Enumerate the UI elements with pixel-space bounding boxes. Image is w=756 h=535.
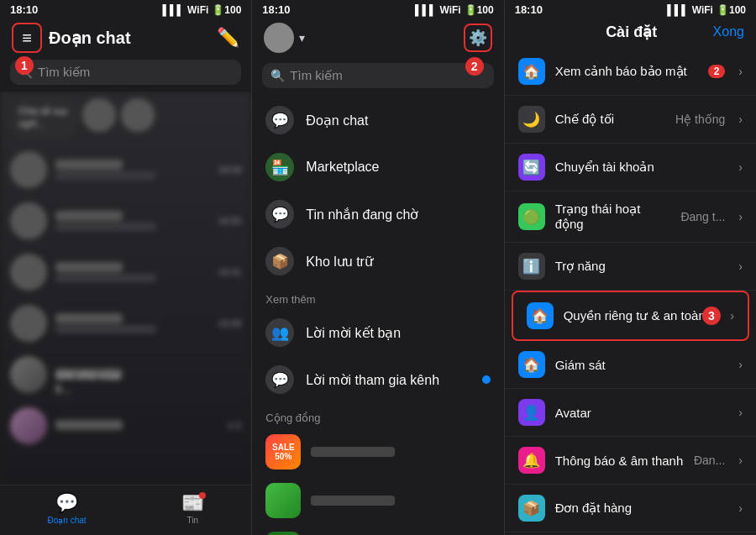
battery-icon: 🔋100 (212, 4, 241, 16)
chat-item-6[interactable]: h 5 (10, 401, 241, 452)
settings-list: 🏠 Xem cảnh báo bảo mật 2 › 🌙 Chế độ tối … (505, 48, 756, 535)
menu-item-kenh[interactable]: 💬 Lời mời tham gia kênh (252, 356, 503, 403)
chat-time-2: 16:55 (218, 216, 242, 226)
chat-time-3: 16:41 (218, 267, 242, 277)
chat-item-4[interactable]: 16:08 (10, 298, 241, 349)
settings-icon-giam-sat: 🏠 (518, 351, 545, 378)
time-2: 18:10 (262, 3, 290, 16)
chat-avatar-5 (10, 356, 47, 393)
settings-item-chuyen-tai-khoan[interactable]: 🔄 Chuyển tài khoản › (505, 144, 756, 191)
settings-item-tro-nang[interactable]: ℹ️ Trợ năng › (505, 243, 756, 291)
news-tab-icon: 📰 (181, 492, 204, 514)
chat-info-6 (55, 420, 220, 432)
chat-item-5[interactable]: Ghi chú của b... (10, 349, 241, 401)
chat-name-5: Ghi chú của b... (55, 369, 123, 379)
news-tab-label: Tin (186, 516, 198, 525)
settings-value-thong-bao: Đan... (694, 454, 725, 467)
tab-tin[interactable]: 📰 Tin (181, 492, 204, 525)
tab-chat[interactable]: 💬 Đoạn chat (48, 492, 87, 525)
settings-icon-avatar: 👤 (518, 399, 545, 426)
search-bar-2[interactable]: 🔍 Tìm kiếm (262, 63, 493, 88)
panel3-header: Cài đặt Xong (505, 18, 756, 48)
chat-time-4: 16:08 (218, 318, 242, 328)
status-bar-2: 18:10 ▌▌▌ WiFi 🔋100 (252, 0, 503, 18)
settings-icon-don-dat-hang: 📦 (518, 495, 545, 522)
chat-avatar-2 (10, 202, 47, 239)
settings-label-trang-thai: Trạng thái hoạt động (555, 202, 671, 232)
avatar-row: ▾ (264, 23, 305, 53)
settings-icon-tro-nang: ℹ️ (518, 253, 545, 280)
settings-label-giam-sat: Giám sát (555, 358, 729, 372)
wifi-icon-3: WiFi (692, 4, 713, 16)
menu-icon-kho: 📦 (265, 247, 294, 275)
chat-name-4 (55, 313, 123, 323)
chat-item-3[interactable]: 16:41 (10, 247, 241, 298)
status-icons-2: ▌▌▌ WiFi 🔋100 (415, 4, 494, 16)
chat-avatar-1 (10, 151, 47, 188)
chat-time-6: h 5 (228, 421, 241, 431)
menu-icon-marketplace: 🏪 (265, 153, 294, 181)
search-bar-1[interactable]: 🔍 Tìm kiếm (10, 60, 241, 85)
menu-label-marketplace: Marketplace (306, 160, 379, 175)
dropdown-arrow[interactable]: ▾ (299, 31, 305, 45)
menu-item-tin-nhan-cho[interactable]: 💬 Tin nhắn đang chờ (252, 191, 503, 238)
panel-2: 18:10 ▌▌▌ WiFi 🔋100 ▾ ⚙️ 2 🔍 Tìm kiếm 💬 … (251, 0, 503, 535)
wifi-icon-2: WiFi (439, 4, 460, 16)
settings-item-giam-sat[interactable]: 🏠 Giám sát › (505, 341, 756, 389)
panel1-header: 1 Đoạn chat ✏️ (0, 18, 251, 60)
arrow-che-do-toi: › (738, 113, 743, 126)
menu-button[interactable]: 1 (12, 23, 42, 53)
chat-item-2[interactable]: 16:55 (10, 196, 241, 247)
chat-info-4 (55, 313, 210, 333)
user-avatar (264, 23, 294, 53)
community-thumb-3 (265, 532, 301, 535)
chat-name-1 (55, 160, 123, 170)
arrow-avatar: › (738, 406, 743, 419)
menu-label-kenh: Lời mời tham gia kênh (306, 372, 439, 388)
menu-item-kho-luu-tru[interactable]: 📦 Kho lưu trữ (252, 238, 503, 285)
community-name-2 (311, 496, 395, 506)
settings-icon-che-do-toi: 🌙 (518, 106, 545, 133)
section-xem-them: Xem thêm (252, 285, 503, 309)
status-bar-1: 18:10 ▌▌▌ WiFi 🔋100 (0, 0, 251, 18)
status-icons-1: ▌▌▌ WiFi 🔋100 (163, 4, 242, 16)
settings-item-che-do-toi[interactable]: 🌙 Chế độ tối Hệ thống › (505, 96, 756, 144)
signal-icon-3: ▌▌▌ (667, 4, 689, 16)
chat-name-2 (55, 211, 123, 221)
chat-item-1[interactable]: 18:08 (10, 144, 241, 196)
community-item-2[interactable] (252, 476, 503, 525)
settings-label-thong-bao: Thông báo & âm thanh (555, 454, 684, 468)
menu-label-ket-ban: Lời mời kết bạn (306, 325, 401, 341)
settings-label-don-dat-hang: Đơn đặt hàng (555, 501, 729, 516)
chat-info-2 (55, 211, 210, 231)
chat-info-1 (55, 160, 210, 180)
community-item-1[interactable]: SALE 50% (252, 427, 503, 476)
settings-item-thong-bao[interactable]: 🔔 Thông báo & âm thanh Đan... › (505, 437, 756, 485)
search-placeholder-2: Tìm kiếm (290, 68, 342, 83)
arrow-giam-sat: › (738, 358, 743, 371)
chat-avatar-3 (10, 254, 47, 291)
settings-label-bao-mat: Xem cảnh báo bảo mật (555, 64, 698, 79)
settings-item-trang-thai[interactable]: 🟢 Trạng thái hoạt động Đang t... › (505, 191, 756, 243)
settings-label-tro-nang: Trợ năng (555, 259, 729, 274)
menu-item-ket-ban[interactable]: 👥 Lời mời kết bạn (252, 309, 503, 356)
chat-tab-label: Đoạn chat (48, 516, 87, 525)
community-thumb-1: SALE 50% (265, 434, 301, 469)
settings-item-don-dat-hang[interactable]: 📦 Đơn đặt hàng › (505, 485, 756, 532)
community-name-1 (311, 447, 395, 457)
chat-list-area: Chia sẻ suy nghĩ... 18:08 (0, 92, 251, 485)
compose-button[interactable]: ✏️ (217, 27, 239, 49)
settings-item-avatar[interactable]: 👤 Avatar › (505, 389, 756, 437)
settings-icon-trang-thai: 🟢 (518, 203, 545, 230)
chat-info-5: Ghi chú của b... (55, 369, 241, 380)
signal-icon-2: ▌▌▌ (415, 4, 437, 16)
close-button[interactable]: Xong (713, 24, 744, 39)
community-item-3[interactable] (252, 525, 503, 535)
menu-item-marketplace[interactable]: 🏪 Marketplace (252, 144, 503, 191)
settings-item-bao-mat[interactable]: 🏠 Xem cảnh báo bảo mật 2 › (505, 48, 756, 96)
menu-item-doan-chat[interactable]: 💬 Đoạn chat (252, 97, 503, 144)
step-badge-3: 3 (702, 307, 721, 325)
settings-value-che-do-toi: Hệ thống (675, 113, 725, 126)
bottom-bar-1: 💬 Đoạn chat 📰 Tin (0, 485, 251, 535)
settings-gear-button[interactable]: ⚙️ 2 (464, 24, 492, 52)
